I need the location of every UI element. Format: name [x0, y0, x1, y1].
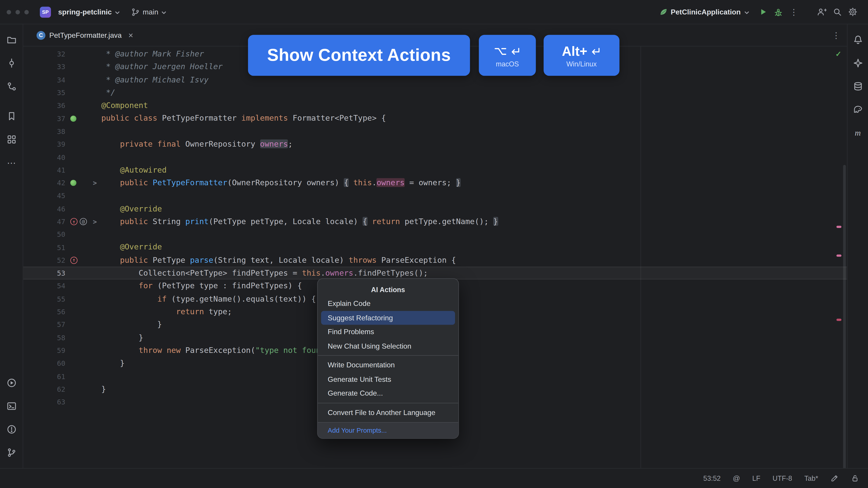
code-text[interactable]: }: [101, 383, 106, 396]
database-toolwindow-icon[interactable]: [849, 77, 867, 95]
bookmarks-toolwindow-icon[interactable]: [2, 107, 20, 125]
inspections-ok-icon[interactable]: ✓: [835, 50, 842, 58]
menu-item[interactable]: Generate Code...: [321, 386, 455, 400]
gutter[interactable]: 37: [23, 114, 101, 123]
gutter[interactable]: 42>: [23, 179, 101, 187]
gutter[interactable]: 47↑@>: [23, 217, 101, 226]
add-your-prompts-item[interactable]: Add Your Prompts...: [318, 422, 458, 438]
code-text[interactable]: Collection<PetType> findPetTypes = this.…: [101, 267, 428, 280]
gutter[interactable]: 58: [23, 333, 101, 342]
run-configuration-widget[interactable]: PetClinicApplication: [659, 8, 749, 16]
pull-requests-toolwindow-icon[interactable]: [2, 77, 20, 95]
gutter[interactable]: 50: [23, 230, 101, 239]
override-gutter-icon[interactable]: ↑: [70, 218, 78, 225]
maven-toolwindow-icon[interactable]: m: [849, 124, 867, 142]
gutter[interactable]: 56: [23, 308, 101, 316]
line-number[interactable]: 33: [23, 63, 65, 71]
code-text[interactable]: @Component: [101, 99, 148, 112]
settings-button[interactable]: [845, 4, 860, 20]
gutter[interactable]: 46: [23, 204, 101, 213]
code-text[interactable]: public PetTypeFormatter(OwnerRepository …: [101, 176, 461, 189]
gutter[interactable]: 61: [23, 372, 101, 381]
at-gutter-icon[interactable]: @: [80, 218, 87, 225]
line-number[interactable]: 38: [23, 127, 65, 135]
notifications-bell-icon[interactable]: [849, 31, 867, 48]
line-number[interactable]: 55: [23, 295, 65, 303]
gutter[interactable]: 55: [23, 295, 101, 303]
menu-item[interactable]: Write Documentation: [321, 358, 455, 372]
terminal-toolwindow-icon[interactable]: [2, 397, 20, 415]
indent-indicator[interactable]: Tab*: [804, 475, 818, 482]
code-text[interactable]: @Override: [101, 202, 162, 215]
gradle-toolwindow-icon[interactable]: [849, 101, 867, 119]
gutter[interactable]: 54: [23, 282, 101, 290]
code-with-me-button[interactable]: [814, 4, 829, 20]
ai-assistant-toolwindow-icon[interactable]: [849, 54, 867, 72]
gutter[interactable]: 36: [23, 101, 101, 110]
menu-item[interactable]: Suggest Refactoring: [321, 311, 455, 325]
line-number[interactable]: 32: [23, 50, 65, 58]
menu-item[interactable]: New Chat Using Selection: [321, 339, 455, 353]
code-text[interactable]: for (PetType type : findPetTypes) {: [101, 280, 302, 293]
structure-toolwindow-icon[interactable]: [2, 131, 20, 148]
gutter[interactable]: 53: [23, 269, 101, 278]
line-number[interactable]: 61: [23, 372, 65, 381]
line-number[interactable]: 50: [23, 230, 65, 239]
line-number[interactable]: 62: [23, 385, 65, 393]
override-gutter-icon[interactable]: ↑: [70, 257, 78, 264]
gutter[interactable]: 35: [23, 89, 101, 97]
tab-pettypeformatter[interactable]: C PetTypeFormatter.java ×: [37, 24, 133, 46]
line-number[interactable]: 37: [23, 114, 65, 123]
scrollbar-change-marker[interactable]: [836, 319, 841, 321]
line-number[interactable]: 34: [23, 76, 65, 84]
gutter[interactable]: 40: [23, 153, 101, 161]
project-widget[interactable]: SP spring-petclinic: [40, 6, 120, 18]
window-zoom-button[interactable]: [24, 10, 29, 14]
code-text[interactable]: public class PetTypeFormatter implements…: [101, 112, 386, 125]
version-control-toolwindow-icon[interactable]: [2, 444, 20, 461]
line-number[interactable]: 42: [23, 179, 65, 187]
bean-gutter-icon[interactable]: [70, 116, 76, 122]
menu-item[interactable]: Explain Code: [321, 297, 455, 311]
line-number[interactable]: 58: [23, 333, 65, 342]
services-toolwindow-icon[interactable]: [2, 374, 20, 392]
gutter[interactable]: 33: [23, 63, 101, 71]
file-lock-icon[interactable]: [851, 474, 859, 483]
code-text[interactable]: }: [101, 357, 125, 370]
line-ending-indicator[interactable]: LF: [752, 475, 761, 482]
code-text[interactable]: * @author Mark Fisher: [101, 48, 204, 61]
bean-gutter-icon[interactable]: [70, 180, 76, 186]
gutter[interactable]: 59: [23, 346, 101, 355]
window-minimize-button[interactable]: [16, 10, 20, 14]
annotate-at-icon[interactable]: @: [733, 474, 740, 483]
code-text[interactable]: }: [101, 318, 162, 331]
menu-item[interactable]: Find Problems: [321, 325, 455, 339]
code-text[interactable]: */: [101, 86, 115, 99]
code-text[interactable]: if (type.getName().equals(text)) {: [101, 293, 316, 305]
gutter[interactable]: 34: [23, 76, 101, 84]
gutter[interactable]: 41: [23, 166, 101, 174]
gutter[interactable]: 39: [23, 140, 101, 149]
gutter[interactable]: 52↑: [23, 256, 101, 265]
gutter[interactable]: 63: [23, 398, 101, 406]
menu-item[interactable]: Convert File to Another Language: [321, 405, 455, 419]
line-number[interactable]: 56: [23, 308, 65, 316]
line-number[interactable]: 47: [23, 217, 65, 226]
line-number[interactable]: 45: [23, 192, 65, 200]
code-text[interactable]: @Override: [101, 241, 162, 254]
problems-toolwindow-icon[interactable]: [2, 420, 20, 438]
encoding-indicator[interactable]: UTF-8: [773, 475, 792, 482]
tab-close-icon[interactable]: ×: [128, 31, 133, 40]
line-number[interactable]: 54: [23, 282, 65, 290]
edit-mode-pencil-icon[interactable]: [830, 474, 839, 483]
debug-button[interactable]: [771, 4, 786, 20]
code-text[interactable]: private final OwnerRepository owners;: [101, 138, 292, 151]
line-number[interactable]: 41: [23, 166, 65, 174]
line-number[interactable]: 52: [23, 256, 65, 265]
gutter[interactable]: 45: [23, 192, 101, 200]
scrollbar-change-marker[interactable]: [836, 255, 841, 257]
more-actions-button[interactable]: ⋮: [786, 4, 802, 20]
line-number[interactable]: 46: [23, 204, 65, 213]
gutter[interactable]: 62: [23, 385, 101, 393]
code-text[interactable]: }: [101, 331, 143, 344]
